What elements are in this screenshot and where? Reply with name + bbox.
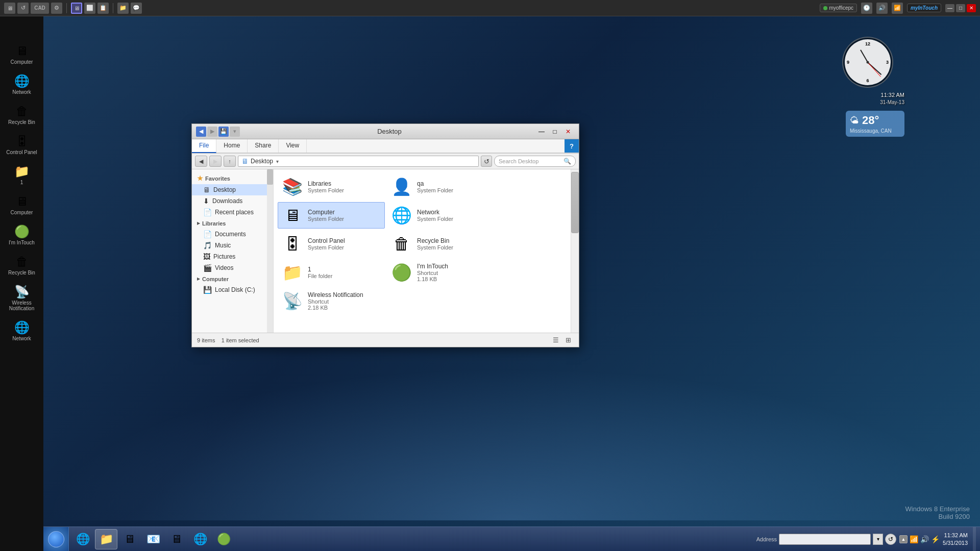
ribbon-tab-view[interactable]: View xyxy=(279,139,307,153)
intouch-button[interactable]: myInTouch xyxy=(907,4,941,12)
file-control-info: Control Panel System Folder xyxy=(308,237,345,251)
content-scroll[interactable]: 📚 Libraries System Folder 👤 xyxy=(274,169,579,333)
rsb-recycle[interactable]: 🗑 Recycle Bin xyxy=(4,102,40,127)
maximize-button[interactable]: □ xyxy=(956,4,965,12)
nav-item-documents[interactable]: 📄 Documents xyxy=(192,229,273,240)
tb-back-btn[interactable]: ◀ xyxy=(196,127,206,137)
rsb-network2[interactable]: 🌐 Network xyxy=(4,318,40,343)
taskbar-ie[interactable]: 🌐 xyxy=(71,529,94,549)
nav-item-videos[interactable]: 🎬 Videos xyxy=(192,262,273,273)
nav-item-localdisk[interactable]: 💾 Local Disk (C:) xyxy=(192,284,273,295)
address-dropdown[interactable]: ▾ xyxy=(273,156,281,167)
taskbar-address-input[interactable] xyxy=(779,534,871,545)
tb-icon-7[interactable]: 💬 xyxy=(131,3,142,14)
search-box[interactable]: Search Desktop 🔍 xyxy=(494,156,576,167)
rsb-folder1[interactable]: 📁 1 xyxy=(4,162,40,187)
taskbar-remote[interactable]: 🖥 xyxy=(165,529,188,549)
taskbar-manage[interactable]: 🖥 xyxy=(118,529,141,549)
computer-nav-header[interactable]: ▸ Computer xyxy=(192,273,273,284)
address-dropdown-btn[interactable]: ▾ xyxy=(873,534,883,545)
start-button[interactable] xyxy=(43,527,69,552)
tb-fwd-btn[interactable]: ▶ xyxy=(207,127,217,137)
scrollbar-thumb[interactable] xyxy=(571,172,579,233)
libraries-label: Libraries xyxy=(202,220,226,227)
tb-icon-1[interactable]: 🖥 xyxy=(4,3,15,14)
taskbar-ie2[interactable]: 🌐 xyxy=(189,529,211,549)
myofficepc-button[interactable]: myofficepc xyxy=(820,4,857,12)
rsb-recycle2[interactable]: 🗑 Recycle Bin xyxy=(4,253,40,278)
nav-scroll[interactable]: ★ Favorites 🖥 Desktop ⬇ Downloads xyxy=(192,172,273,330)
file-network[interactable]: 🌐 Network System Folder xyxy=(387,202,494,229)
address-path-bar[interactable]: 🖥 Desktop ▾ xyxy=(238,156,479,167)
close-button[interactable]: ✕ xyxy=(967,4,976,12)
taskbar-intouch[interactable]: 🟢 xyxy=(212,529,235,549)
ribbon-tab-home[interactable]: Home xyxy=(216,139,248,153)
nav-item-desktop[interactable]: 🖥 Desktop xyxy=(192,184,273,195)
rsb-network[interactable]: 🌐 Network xyxy=(4,72,40,97)
file-control-type: System Folder xyxy=(308,244,345,251)
tb-signal-icon[interactable]: 📶 xyxy=(892,3,903,14)
tb-volume-icon[interactable]: 🔊 xyxy=(876,3,888,14)
nav-item-music[interactable]: 🎵 Music xyxy=(192,240,273,251)
nav-up-btn[interactable]: ↑ xyxy=(224,156,236,167)
file-recycle-bin[interactable]: 🗑 Recycle Bin System Folder xyxy=(387,231,494,257)
nav-scrollbar-track[interactable] xyxy=(267,172,273,330)
systray-volume-icon[interactable]: 🔊 xyxy=(920,535,929,543)
explorer-minimize-btn[interactable]: — xyxy=(535,127,548,137)
nav-back-btn[interactable]: ◀ xyxy=(195,156,207,167)
tb-down-btn[interactable]: ▾ xyxy=(230,127,240,137)
nav-fwd-btn[interactable]: ▶ xyxy=(209,156,222,167)
explorer-close-btn[interactable]: ✕ xyxy=(561,127,575,137)
tb-icon-cad[interactable]: CAD xyxy=(31,3,49,14)
systray-network-icon[interactable]: 📶 xyxy=(910,535,918,543)
file-qa[interactable]: 👤 qa System Folder xyxy=(387,173,494,200)
file-libraries[interactable]: 📚 Libraries System Folder xyxy=(278,173,385,200)
file-folder1-icon: 📁 xyxy=(282,262,303,283)
show-desktop-btn[interactable] xyxy=(973,527,976,551)
tb-clock-icon[interactable]: 🕐 xyxy=(861,3,872,14)
file-imintouch[interactable]: 🟢 I'm InTouch Shortcut 1.18 KB xyxy=(387,259,494,286)
taskbar-explorer[interactable]: 📁 xyxy=(95,529,117,549)
tb-icon-4[interactable]: ⬜ xyxy=(84,3,95,14)
nav-item-downloads[interactable]: ⬇ Downloads xyxy=(192,195,273,207)
tb-save-btn[interactable]: 💾 xyxy=(218,127,229,137)
tb-icon-3[interactable]: ⚙ xyxy=(51,3,62,14)
weather-temp-label: 28° xyxy=(862,114,879,127)
rsb-network-icon: 🌐 xyxy=(14,74,30,88)
rsb-imintouch[interactable]: 🟢 I'm InTouch xyxy=(4,222,40,247)
libraries-header[interactable]: ▸ Libraries xyxy=(192,218,273,229)
systray-expand-btn[interactable]: ▲ xyxy=(899,535,908,543)
tb-icon-monitor[interactable]: 🖥 xyxy=(71,3,82,14)
nav-item-recent[interactable]: 📄 Recent places xyxy=(192,207,273,218)
rsb-computer2[interactable]: 🖥 Computer xyxy=(4,192,40,217)
file-computer[interactable]: 🖥 Computer System Folder xyxy=(278,202,385,229)
file-imintouch-name: I'm InTouch xyxy=(417,263,448,270)
view-tiles-btn[interactable]: ⊞ xyxy=(562,335,574,345)
content-scrollbar[interactable] xyxy=(571,169,579,333)
taskbar-outlook[interactable]: 📧 xyxy=(142,529,164,549)
view-details-btn[interactable]: ☰ xyxy=(550,335,561,345)
address-go-btn[interactable]: ↺ xyxy=(885,534,896,545)
ribbon-help-btn[interactable]: ? xyxy=(565,139,579,153)
tb-icon-5[interactable]: 📋 xyxy=(97,3,109,14)
systray-power-icon[interactable]: ⚡ xyxy=(931,535,940,543)
file-control-panel[interactable]: 🎛 Control Panel System Folder xyxy=(278,231,385,257)
explorer-maximize-btn[interactable]: □ xyxy=(548,127,561,137)
file-wireless[interactable]: 📡 Wireless Notification Shortcut 2.18 KB xyxy=(278,288,385,314)
rsb-control[interactable]: 🎛 Control Panel xyxy=(4,132,40,157)
nav-item-pictures[interactable]: 🖼 Pictures xyxy=(192,251,273,262)
rsb-wireless[interactable]: 📡 Wireless Notification xyxy=(4,283,40,313)
address-path-text: Desktop xyxy=(251,158,273,165)
tb-icon-2[interactable]: ↺ xyxy=(17,3,29,14)
rsb-computer[interactable]: 🖥 Computer xyxy=(4,42,40,67)
systray-icons: ▲ 📶 🔊 ⚡ xyxy=(899,535,940,543)
tb-icon-6[interactable]: 📁 xyxy=(117,3,129,14)
ribbon-tab-file[interactable]: File xyxy=(192,139,216,153)
favorites-header[interactable]: ★ Favorites xyxy=(192,172,273,184)
file-folder-1[interactable]: 📁 1 File folder xyxy=(278,259,385,286)
nav-scrollbar-thumb[interactable] xyxy=(267,172,273,185)
minimize-button[interactable]: — xyxy=(945,4,954,12)
ribbon-tab-share[interactable]: Share xyxy=(248,139,279,153)
taskbar-clock[interactable]: 11:32 AM 5/31/2013 xyxy=(943,532,968,546)
refresh-btn[interactable]: ↺ xyxy=(481,156,492,167)
